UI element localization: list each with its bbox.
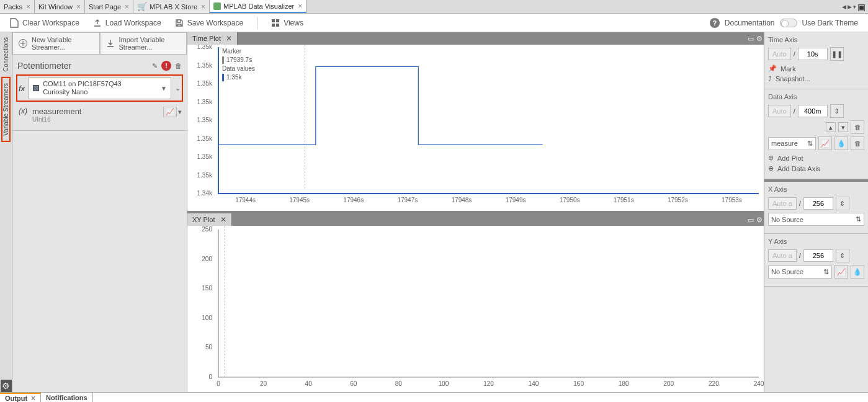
- edit-icon[interactable]: ✎: [152, 62, 158, 70]
- tab-output[interactable]: Output×: [0, 393, 41, 402]
- y-axis-header: Y Axis: [768, 238, 864, 245]
- upload-icon: [93, 19, 102, 27]
- time-plot-canvas[interactable]: Marker 17939.7s Data values 1.35k 1.35k1…: [187, 45, 764, 211]
- plus-circle-icon: ⊕: [768, 164, 774, 172]
- variable-streamers-panel: New VariableStreamer... Import VariableS…: [12, 32, 187, 392]
- restore-icon[interactable]: ▭: [748, 35, 754, 43]
- snapshot-button[interactable]: ⤴Snapshot...: [768, 74, 864, 84]
- dark-theme-toggle[interactable]: [780, 19, 797, 27]
- auto-button[interactable]: Auto: [768, 48, 791, 60]
- tab-mplab-store[interactable]: 🛒MPLAB X Store×: [133, 0, 210, 13]
- xy-plot-tab[interactable]: XY Plot✕: [187, 213, 232, 226]
- close-icon[interactable]: ×: [125, 2, 129, 11]
- auto-button[interactable]: Auto a: [768, 249, 797, 262]
- close-icon[interactable]: ✕: [226, 34, 232, 43]
- gear-icon[interactable]: ⚙: [756, 35, 763, 43]
- documentation-link[interactable]: Documentation: [725, 19, 775, 27]
- collapse-icon[interactable]: ⌄: [175, 84, 181, 92]
- document-tab-bar: Packs× Kit Window× Start Page× 🛒MPLAB X …: [0, 0, 868, 14]
- svg-rect-2: [272, 24, 275, 27]
- time-plot-tab[interactable]: Time Plot✕: [187, 32, 238, 45]
- variable-icon: (x): [17, 107, 29, 115]
- scroll-left-icon[interactable]: ◀: [842, 4, 846, 10]
- scroll-right-icon[interactable]: ▶: [848, 4, 852, 10]
- sort-icon: ⇅: [823, 268, 829, 276]
- fx-icon: fx: [19, 84, 25, 93]
- download-icon: [105, 38, 115, 48]
- help-icon[interactable]: ?: [710, 18, 720, 28]
- tab-kit-window[interactable]: Kit Window×: [35, 0, 85, 13]
- line-chart-icon[interactable]: 📈: [834, 265, 848, 279]
- add-data-axis-button[interactable]: ⊕Add Data Axis: [768, 163, 864, 174]
- up-icon[interactable]: ▴: [826, 122, 836, 132]
- tab-packs[interactable]: Packs×: [0, 0, 35, 13]
- plus-circle-icon: [18, 38, 28, 48]
- close-icon[interactable]: ✕: [220, 215, 226, 224]
- plus-circle-icon: ⊕: [768, 154, 774, 162]
- tab-notifications[interactable]: Notifications: [41, 393, 93, 402]
- rail-tab-connections[interactable]: Connections: [2, 32, 9, 77]
- rail-tab-variable-streamers[interactable]: Variable Streamers: [1, 77, 11, 142]
- document-icon: [10, 18, 19, 28]
- svg-rect-3: [276, 24, 279, 27]
- close-icon[interactable]: ×: [201, 2, 205, 11]
- plot-icon[interactable]: 📈: [163, 107, 177, 117]
- close-icon[interactable]: ×: [76, 2, 81, 11]
- tab-data-visualizer[interactable]: MPLAB Data Visualizer×: [210, 0, 306, 13]
- load-workspace-button[interactable]: Load Workspace: [93, 19, 161, 27]
- close-icon[interactable]: ×: [31, 394, 35, 403]
- chevron-down-icon[interactable]: ▾: [178, 108, 182, 116]
- data-range-input[interactable]: [798, 105, 828, 117]
- time-range-input[interactable]: [798, 48, 828, 60]
- sort-icon: ⇅: [807, 140, 813, 148]
- new-variable-streamer-button[interactable]: New VariableStreamer...: [12, 32, 100, 55]
- trash-icon[interactable]: 🗑: [851, 120, 864, 134]
- x-axis-header: X Axis: [768, 185, 864, 193]
- gear-icon[interactable]: ⚙: [756, 216, 763, 224]
- close-icon[interactable]: ×: [298, 2, 302, 11]
- save-workspace-button[interactable]: Save Workspace: [175, 19, 244, 27]
- dropdown-icon[interactable]: ▾: [853, 4, 856, 10]
- tab-start-page[interactable]: Start Page×: [85, 0, 133, 13]
- dark-theme-label: Use Dark Theme: [802, 19, 858, 27]
- source-dropdown[interactable]: COM11 on PIC18F57Q43Curiosity Nano ▼: [29, 77, 171, 99]
- x-source-select[interactable]: No Source⇅: [768, 213, 864, 226]
- data-axis-header: Data Axis: [768, 93, 864, 100]
- streamer-name: Potentiometer: [17, 61, 71, 71]
- trash-icon[interactable]: 🗑: [175, 62, 182, 69]
- sort-icon: ⇅: [856, 215, 861, 223]
- time-axis-header: Time Axis: [768, 36, 864, 43]
- line-chart-icon[interactable]: 📈: [818, 136, 832, 150]
- x-range-input[interactable]: [803, 197, 833, 210]
- maximize-icon[interactable]: ▣: [857, 2, 866, 12]
- error-badge-icon[interactable]: !: [161, 61, 171, 71]
- drop-icon[interactable]: 💧: [834, 136, 848, 150]
- import-variable-streamer-button[interactable]: Import VariableStreamer...: [100, 32, 187, 55]
- series-select[interactable]: measure⇅: [768, 137, 816, 150]
- close-icon[interactable]: ×: [26, 2, 30, 11]
- plot-properties-panel: Time Axis Auto / ❚❚ 📌Mark ⤴Snapshot... D…: [764, 32, 868, 392]
- auto-button[interactable]: Auto a: [768, 197, 797, 210]
- clear-workspace-button[interactable]: Clear Workspace: [10, 18, 79, 28]
- xy-plot-canvas[interactable]: 2502001501005000204060801001201401601802…: [187, 226, 764, 392]
- stop-icon: [33, 85, 39, 91]
- gear-icon[interactable]: ⚙: [1, 380, 12, 392]
- expand-vertical-icon[interactable]: ⇕: [830, 104, 844, 118]
- mark-button[interactable]: 📌Mark: [768, 63, 864, 74]
- grid-icon: [271, 19, 280, 27]
- expand-vertical-icon[interactable]: ⇕: [836, 197, 849, 210]
- drop-icon[interactable]: 💧: [851, 265, 864, 279]
- upload-icon: ⤴: [768, 75, 772, 83]
- down-icon[interactable]: ▾: [838, 122, 848, 132]
- pause-icon[interactable]: ❚❚: [830, 47, 844, 61]
- svg-rect-1: [276, 19, 279, 22]
- views-button[interactable]: Views: [271, 19, 303, 27]
- restore-icon[interactable]: ▭: [748, 216, 754, 224]
- y-source-select[interactable]: No Source⇅: [768, 266, 832, 279]
- save-icon: [175, 19, 184, 27]
- add-plot-button[interactable]: ⊕Add Plot: [768, 153, 864, 163]
- trash-icon[interactable]: 🗑: [851, 136, 864, 150]
- y-range-input[interactable]: [803, 249, 833, 262]
- auto-button[interactable]: Auto: [768, 105, 791, 117]
- expand-vertical-icon[interactable]: ⇕: [836, 249, 849, 262]
